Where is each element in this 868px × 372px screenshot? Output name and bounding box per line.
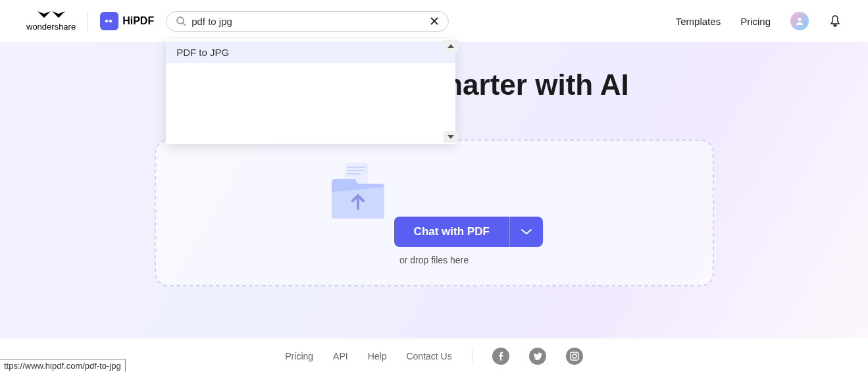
- hipdf-text: HiPDF: [122, 15, 154, 27]
- chat-with-pdf-button[interactable]: Chat with PDF: [394, 217, 509, 247]
- nav-templates[interactable]: Templates: [676, 16, 721, 27]
- header-right: Templates Pricing: [676, 12, 842, 30]
- footer-divider: [472, 350, 472, 362]
- svg-point-12: [573, 354, 576, 358]
- status-bar-url: ttps://www.hipdf.com/pdf-to-jpg: [0, 359, 126, 372]
- bell-icon[interactable]: [829, 14, 842, 28]
- search-wrapper: PDF to JPG: [166, 11, 449, 32]
- footer: Pricing API Help Contact Us: [0, 338, 868, 372]
- user-icon: [795, 16, 804, 26]
- nav-pricing[interactable]: Pricing: [740, 16, 771, 27]
- footer-api[interactable]: API: [333, 351, 348, 361]
- svg-rect-9: [347, 170, 365, 171]
- search-icon: [176, 16, 186, 26]
- header: wondershare HiPDF PDF to JPG Templates P…: [0, 0, 868, 42]
- twitter-icon[interactable]: [529, 348, 546, 365]
- svg-rect-11: [571, 352, 578, 360]
- svg-rect-10: [347, 173, 361, 174]
- chevron-down-icon: [521, 228, 532, 235]
- drop-files-text: or drop files here: [169, 255, 700, 265]
- svg-point-2: [177, 17, 184, 24]
- facebook-icon[interactable]: [492, 348, 509, 365]
- search-suggestion[interactable]: PDF to JPG: [166, 41, 455, 63]
- scroll-down-icon[interactable]: [444, 131, 458, 143]
- dropdown-scrollbar[interactable]: [444, 39, 458, 144]
- search-input[interactable]: [191, 16, 430, 27]
- avatar[interactable]: [790, 12, 809, 30]
- upload-card[interactable]: Chat with PDF or drop files here: [155, 140, 714, 286]
- search-dropdown: PDF to JPG: [166, 39, 455, 144]
- hipdf-logo[interactable]: HiPDF: [100, 12, 154, 30]
- wondershare-text: wondershare: [26, 22, 76, 32]
- footer-pricing[interactable]: Pricing: [285, 351, 313, 361]
- scroll-up-icon[interactable]: [444, 40, 458, 52]
- clear-icon[interactable]: [430, 16, 439, 26]
- wondershare-icon: [38, 11, 65, 20]
- svg-line-3: [183, 23, 186, 26]
- search-box[interactable]: [166, 11, 449, 32]
- chat-button-group: Chat with PDF: [394, 217, 543, 247]
- footer-help[interactable]: Help: [368, 351, 387, 361]
- wondershare-logo[interactable]: wondershare: [26, 11, 88, 32]
- svg-rect-1: [109, 19, 113, 23]
- svg-rect-8: [347, 167, 365, 168]
- svg-point-6: [798, 18, 802, 21]
- folder-upload-icon: [325, 159, 391, 222]
- svg-point-13: [576, 354, 577, 355]
- chat-dropdown-button[interactable]: [509, 217, 543, 247]
- svg-rect-0: [105, 19, 109, 23]
- instagram-icon[interactable]: [566, 348, 583, 365]
- hipdf-icon: [100, 12, 118, 30]
- footer-contact[interactable]: Contact Us: [406, 351, 451, 361]
